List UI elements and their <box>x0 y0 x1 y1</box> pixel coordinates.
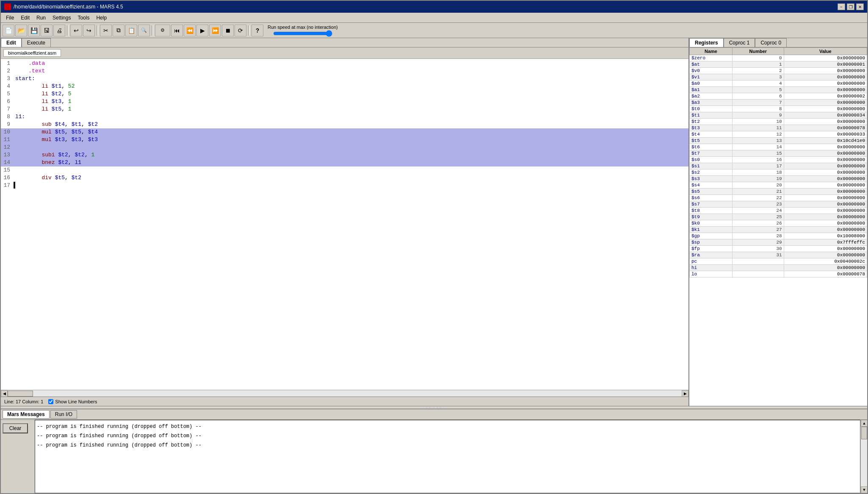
table-row: $fp 30 0x00000000 <box>690 246 867 252</box>
table-row: $gp 28 0x10008000 <box>690 233 867 239</box>
reg-number: 13 <box>733 138 784 144</box>
open-button[interactable]: 📂 <box>15 25 27 36</box>
run-speed-area: Run speed at max (no interaction) <box>268 25 338 36</box>
reg-number: 14 <box>733 144 784 150</box>
step-button[interactable]: ⏩ <box>209 25 221 36</box>
reg-name: $v1 <box>690 74 733 80</box>
menu-file[interactable]: File <box>3 14 17 22</box>
scroll-up-button[interactable]: ▲ <box>861 420 867 427</box>
tab-edit[interactable]: Edit <box>1 38 22 47</box>
save-button[interactable]: 💾 <box>28 25 40 36</box>
scroll-thumb <box>861 427 867 439</box>
code-line-1: 1 .data <box>1 60 688 67</box>
reg-value: 0x00000000 <box>784 169 867 176</box>
run-back-button[interactable]: ⏮ <box>171 25 183 36</box>
reg-number: 21 <box>733 189 784 195</box>
table-row: $t5 13 0x10cd41e0 <box>690 138 867 144</box>
minimize-button[interactable]: − <box>838 3 845 10</box>
reg-name: $t9 <box>690 214 733 220</box>
menu-run[interactable]: Run <box>33 14 49 22</box>
stop-icon: ⏹ <box>225 27 231 34</box>
clear-button[interactable]: Clear <box>3 423 28 433</box>
scroll-right-button[interactable]: ▶ <box>682 390 688 397</box>
reg-tab-coproc0[interactable]: Coproc 0 <box>755 38 787 47</box>
reg-number: 15 <box>733 150 784 157</box>
reg-value: 0x00000000 <box>784 87 867 93</box>
table-row: pc 0x00400002c <box>690 258 867 265</box>
redo-icon: ↪ <box>86 27 91 34</box>
reg-value: 0x00000000 <box>784 182 867 189</box>
assemble-button[interactable]: ⚙ <box>155 25 170 36</box>
paste-button[interactable]: 📋 <box>125 25 137 36</box>
find-button[interactable]: 🔍 <box>138 25 150 36</box>
code-line-12: 12 <box>1 144 688 151</box>
register-tabs: Registers Coproc 1 Coproc 0 <box>689 38 867 47</box>
copy-button[interactable]: ⧉ <box>113 25 124 36</box>
find-icon: 🔍 <box>141 28 147 33</box>
save-icon: 💾 <box>30 27 38 34</box>
table-row: $k0 26 0x00000000 <box>690 220 867 227</box>
reg-number <box>733 265 784 271</box>
restore-button[interactable]: ❐ <box>847 3 854 10</box>
print-button[interactable]: 🖨 <box>53 25 65 36</box>
code-line-5: 5 li $t2, 5 <box>1 90 688 98</box>
reg-value: 0x00000000 <box>784 144 867 150</box>
show-line-numbers-checkbox[interactable] <box>48 399 53 404</box>
run-back-icon: ⏮ <box>174 27 180 34</box>
stop-button[interactable]: ⏹ <box>222 25 234 36</box>
reg-number: 25 <box>733 214 784 220</box>
title-bar-left: /home/david/binomialkoeffizient.asm - MA… <box>4 3 123 10</box>
reg-number: 2 <box>733 68 784 74</box>
menu-edit[interactable]: Edit <box>17 14 33 22</box>
redo-button[interactable]: ↪ <box>83 25 95 36</box>
tab-execute[interactable]: Execute <box>22 38 51 47</box>
menu-help[interactable]: Help <box>93 14 110 22</box>
reg-value: 0x00000000 <box>784 176 867 182</box>
reg-value: 0x00000078 <box>784 271 867 278</box>
table-row: $a2 6 0x00000002 <box>690 93 867 100</box>
reg-value: 0x10008000 <box>784 233 867 239</box>
step-back-button[interactable]: ⏪ <box>184 25 196 36</box>
window-title: /home/david/binomialkoeffizient.asm - MA… <box>14 4 123 10</box>
main-content: Edit Execute binomialkoeffizient.asm 1 .… <box>1 38 867 493</box>
messages-scrollbar-v: ▲ ▼ <box>860 420 867 493</box>
undo-button[interactable]: ↩ <box>70 25 82 36</box>
table-row: $ra 31 0x00000000 <box>690 252 867 258</box>
help-button[interactable]: ? <box>252 25 263 36</box>
save-as-button[interactable]: 🖫 <box>41 25 53 36</box>
code-line-2: 2 .text <box>1 67 688 75</box>
reg-name: $at <box>690 61 733 68</box>
code-editor[interactable]: 1 .data 2 .text 3 start: 4 <box>1 59 688 390</box>
run-button[interactable]: ▶ <box>196 25 208 36</box>
table-row: $t3 11 0x00000078 <box>690 125 867 131</box>
scroll-left-button[interactable]: ◀ <box>1 390 8 397</box>
reg-name: $t6 <box>690 144 733 150</box>
run-speed-slider[interactable] <box>273 31 332 36</box>
menu-tools[interactable]: Tools <box>74 14 93 22</box>
table-row: $t1 9 0x00000034 <box>690 112 867 119</box>
scroll-down-button[interactable]: ▼ <box>861 486 867 493</box>
reg-tab-registers[interactable]: Registers <box>689 38 724 47</box>
reg-tab-coproc1[interactable]: Coproc 1 <box>724 38 755 47</box>
bottom-tabs: Mars Messages Run I/O <box>1 409 867 420</box>
tab-mars-messages[interactable]: Mars Messages <box>3 410 50 419</box>
reset-button[interactable]: ⟳ <box>235 25 246 36</box>
paste-icon: 📋 <box>128 27 135 34</box>
table-row: $t4 12 0x00000033 <box>690 131 867 138</box>
reg-value: 0x00000000 <box>784 208 867 214</box>
reg-name: $t7 <box>690 150 733 157</box>
close-button[interactable]: ✕ <box>856 3 864 10</box>
new-button[interactable]: 📄 <box>3 25 14 36</box>
tab-run-io[interactable]: Run I/O <box>50 410 77 419</box>
file-tab-binomialkoeffizient[interactable]: binomialkoeffizient.asm <box>3 49 61 57</box>
code-content: 1 .data 2 .text 3 start: 4 <box>1 59 688 390</box>
cut-button[interactable]: ✂ <box>100 25 112 36</box>
reg-value: 0x00000002 <box>784 93 867 100</box>
col-header-number: Number <box>733 48 784 55</box>
code-line-15: 15 <box>1 167 688 174</box>
menu-settings[interactable]: Settings <box>49 14 74 22</box>
reg-value: 0x00000000 <box>784 74 867 80</box>
app-icon <box>4 3 11 10</box>
reg-name: $gp <box>690 233 733 239</box>
run-speed-control: Run speed at max (no interaction) <box>268 25 338 36</box>
